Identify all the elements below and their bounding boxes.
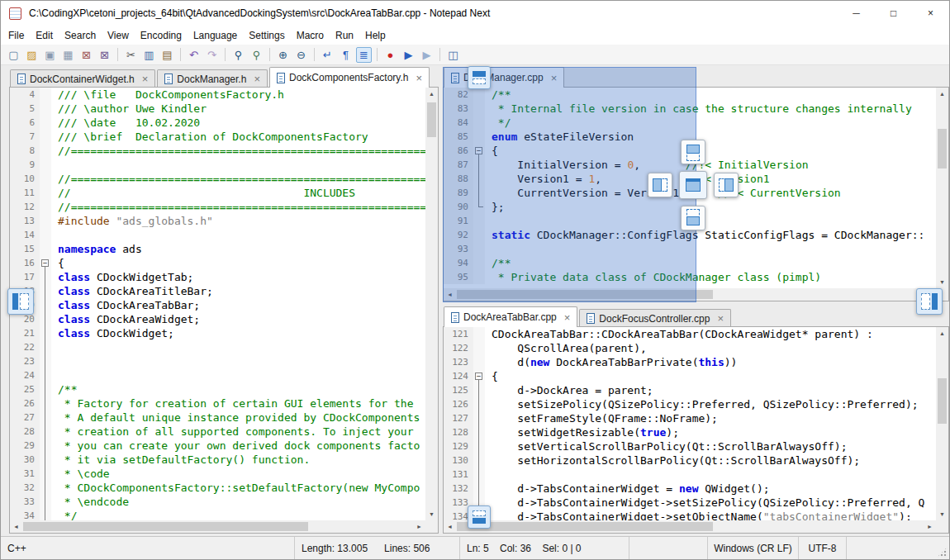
vertical-scrollbar[interactable]: ▲ ▼ bbox=[936, 327, 948, 520]
scroll-up-icon[interactable]: ▲ bbox=[425, 88, 438, 100]
tab-dockcomponentsfactory-h[interactable]: DockComponentsFactory.h× bbox=[269, 67, 430, 88]
redo-icon[interactable]: ↷ bbox=[204, 47, 220, 63]
scroll-left-icon[interactable]: ◄ bbox=[444, 520, 456, 533]
scroll-left-icon[interactable]: ◄ bbox=[10, 520, 22, 533]
menu-search[interactable]: Search bbox=[59, 27, 102, 44]
autohide-drop-indicator-top[interactable] bbox=[468, 66, 491, 89]
code-editor[interactable]: 121CDockAreaTabBar::CDockAreaTabBar(CDoc… bbox=[443, 326, 949, 534]
code-text[interactable]: //======================================… bbox=[51, 200, 425, 214]
drop-indicator-left[interactable] bbox=[648, 173, 672, 197]
code-text[interactable]: CDockAreaTabBar::CDockAreaTabBar(CDockAr… bbox=[485, 327, 873, 341]
code-text[interactable]: * Factory for creation of certain GUI el… bbox=[51, 396, 413, 411]
code-text[interactable]: { bbox=[485, 369, 498, 383]
tab-close-icon[interactable]: × bbox=[717, 313, 724, 324]
minimize-button[interactable]: ─ bbox=[838, 1, 875, 26]
code-text[interactable]: d->TabsContainerWidget = new QWidget(); bbox=[485, 482, 770, 496]
vertical-scrollbar-thumb[interactable] bbox=[938, 378, 947, 424]
find-icon[interactable]: ⚲ bbox=[230, 47, 246, 63]
record-macro-icon[interactable]: ● bbox=[382, 47, 398, 63]
vertical-scrollbar-thumb[interactable] bbox=[938, 129, 947, 168]
code-text[interactable]: class CDockAreaTabBar; bbox=[51, 298, 200, 312]
code-text[interactable]: * it via setDefaultFactory() function. bbox=[51, 453, 310, 467]
code-text[interactable]: class CDockAreaTitleBar; bbox=[51, 284, 213, 298]
tab-dockcontainerwidget-h[interactable]: DockContainerWidget.h× bbox=[10, 69, 155, 88]
word-wrap-icon[interactable]: ↵ bbox=[320, 47, 335, 63]
fold-toggle-icon[interactable]: − bbox=[475, 373, 482, 380]
status-encoding[interactable]: UTF-8 bbox=[798, 537, 846, 559]
drop-indicator-right[interactable] bbox=[714, 173, 739, 197]
code-text[interactable] bbox=[485, 467, 492, 482]
code-text[interactable]: { bbox=[51, 256, 64, 270]
tab-close-icon[interactable]: × bbox=[416, 73, 422, 83]
status-language[interactable]: C++ bbox=[1, 537, 294, 559]
new-file-icon[interactable]: ▢ bbox=[6, 47, 21, 63]
scroll-up-icon[interactable]: ▲ bbox=[936, 88, 948, 100]
save-all-icon[interactable]: ▦ bbox=[60, 47, 76, 63]
autohide-drop-indicator-right[interactable] bbox=[916, 288, 943, 315]
play-macro-icon[interactable]: ▶ bbox=[401, 47, 416, 63]
code-text[interactable]: * creation of all supported components. … bbox=[51, 425, 413, 439]
horizontal-scrollbar[interactable]: ◄ ► bbox=[444, 520, 936, 533]
resize-grip[interactable] bbox=[937, 547, 948, 558]
paste-icon[interactable]: ▤ bbox=[159, 47, 175, 63]
vertical-scrollbar[interactable]: ▲ ▼ bbox=[936, 88, 948, 288]
scroll-down-icon[interactable]: ▼ bbox=[936, 276, 948, 288]
code-text[interactable]: /// \brief Declaration of DockComponents… bbox=[51, 130, 368, 144]
horizontal-scrollbar-thumb[interactable] bbox=[23, 522, 308, 531]
tab-close-icon[interactable]: × bbox=[142, 74, 149, 84]
code-text[interactable] bbox=[51, 368, 58, 382]
run-macro-multiple-icon[interactable]: ▶ bbox=[419, 47, 435, 63]
scroll-up-icon[interactable]: ▲ bbox=[936, 327, 948, 339]
code-text[interactable]: QScrollArea(parent), bbox=[485, 341, 647, 355]
code-text[interactable]: d(new DockAreaTabBarPrivate(this)) bbox=[485, 355, 737, 369]
tab-dockareatabbar-cpp[interactable]: DockAreaTabBar.cpp× bbox=[444, 306, 577, 327]
zoom-in-icon[interactable]: ⊕ bbox=[275, 47, 291, 63]
horizontal-scrollbar[interactable]: ◄ ► bbox=[10, 520, 425, 533]
code-text[interactable] bbox=[51, 158, 58, 172]
copy-icon[interactable]: ▥ bbox=[141, 47, 157, 63]
code-text[interactable] bbox=[51, 228, 58, 242]
code-text[interactable]: * you can create your own derived dock c… bbox=[51, 439, 420, 453]
code-text[interactable]: class CDockWidgetTab; bbox=[51, 270, 193, 284]
close-button[interactable]: × bbox=[912, 1, 949, 26]
menu-view[interactable]: View bbox=[102, 27, 135, 44]
zoom-out-icon[interactable]: ⊖ bbox=[293, 47, 309, 63]
tab-dockmanager-h[interactable]: DockManager.h× bbox=[157, 69, 268, 88]
menu-language[interactable]: Language bbox=[188, 27, 243, 44]
code-text[interactable]: setWidgetResizable(true); bbox=[485, 425, 679, 439]
tab-close-icon[interactable]: × bbox=[564, 312, 571, 323]
menu-help[interactable]: Help bbox=[359, 27, 392, 44]
code-text[interactable]: /// \author Uwe Kindler bbox=[51, 102, 207, 116]
code-text[interactable]: * A default unique instance provided by … bbox=[51, 411, 420, 425]
menu-edit[interactable]: Edit bbox=[30, 27, 59, 44]
tab-close-icon[interactable]: × bbox=[254, 74, 260, 84]
horizontal-scrollbar-thumb[interactable] bbox=[457, 522, 713, 531]
menu-settings[interactable]: Settings bbox=[243, 27, 290, 44]
code-text[interactable]: setSizePolicy(QSizePolicy::Preferred, QS… bbox=[485, 397, 919, 411]
code-text[interactable]: d->DockArea = parent; bbox=[485, 383, 653, 397]
scroll-down-icon[interactable]: ▼ bbox=[936, 508, 948, 520]
code-text[interactable]: /// \date 10.02.2020 bbox=[51, 116, 200, 130]
code-text[interactable]: #include "ads_globals.h" bbox=[51, 214, 213, 228]
scroll-right-icon[interactable]: ► bbox=[413, 520, 425, 533]
menu-run[interactable]: Run bbox=[330, 27, 359, 44]
replace-icon[interactable]: ⚲ bbox=[249, 47, 264, 63]
drop-indicator-bottom[interactable] bbox=[681, 206, 705, 230]
window-layout-icon[interactable]: ◫ bbox=[445, 47, 461, 63]
code-text[interactable]: * \endcode bbox=[51, 495, 129, 509]
code-text[interactable]: //======================================… bbox=[51, 172, 425, 186]
code-area[interactable]: 121CDockAreaTabBar::CDockAreaTabBar(CDoc… bbox=[444, 327, 936, 533]
code-text[interactable]: /** bbox=[51, 382, 77, 396]
tab-dockfocuscontroller-cpp[interactable]: DockFocusController.cpp× bbox=[579, 309, 731, 327]
scroll-down-icon[interactable]: ▼ bbox=[425, 508, 438, 520]
menu-file[interactable]: File bbox=[2, 27, 30, 44]
code-text[interactable]: d->TabsContainerWidget->setSizePolicy(QS… bbox=[485, 496, 924, 510]
code-text[interactable]: //======================================… bbox=[51, 144, 425, 158]
drop-indicator-center[interactable] bbox=[679, 171, 707, 199]
drop-indicator-top[interactable] bbox=[681, 140, 705, 164]
code-text[interactable]: * \code bbox=[51, 467, 110, 481]
undo-icon[interactable]: ↶ bbox=[186, 47, 202, 63]
code-text[interactable]: setVerticalScrollBarPolicy(Qt::ScrollBar… bbox=[485, 439, 847, 453]
menu-macro[interactable]: Macro bbox=[291, 27, 330, 44]
code-text[interactable]: /// \file DockComponentsFactory.h bbox=[51, 88, 284, 102]
